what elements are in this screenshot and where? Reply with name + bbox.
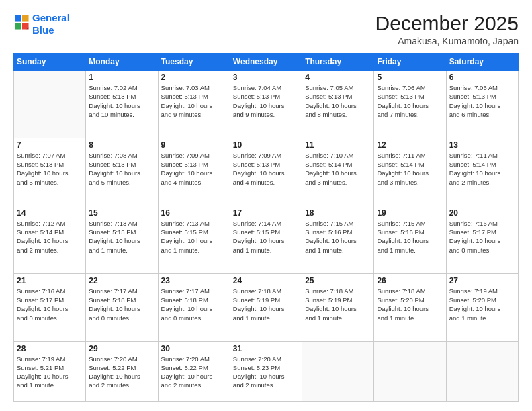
day-number: 9 bbox=[161, 140, 227, 150]
calendar-cell: 23Sunrise: 7:17 AM Sunset: 5:18 PM Dayli… bbox=[158, 273, 230, 341]
calendar-cell: 12Sunrise: 7:11 AM Sunset: 5:14 PM Dayli… bbox=[374, 138, 446, 205]
day-number: 4 bbox=[305, 73, 371, 82]
day-number: 20 bbox=[449, 208, 515, 218]
title-block: December 2025 Amakusa, Kumamoto, Japan bbox=[375, 12, 519, 46]
day-info: Sunrise: 7:02 AM Sunset: 5:13 PM Dayligh… bbox=[89, 83, 154, 119]
location: Amakusa, Kumamoto, Japan bbox=[375, 36, 519, 46]
calendar-cell: 17Sunrise: 7:14 AM Sunset: 5:15 PM Dayli… bbox=[230, 205, 302, 273]
col-header-friday: Friday bbox=[374, 54, 446, 71]
day-info: Sunrise: 7:04 AM Sunset: 5:13 PM Dayligh… bbox=[233, 83, 299, 119]
calendar-cell: 21Sunrise: 7:16 AM Sunset: 5:17 PM Dayli… bbox=[14, 273, 86, 341]
logo-text: GeneralBlue bbox=[32, 12, 70, 36]
day-number: 30 bbox=[161, 344, 227, 353]
day-info: Sunrise: 7:09 AM Sunset: 5:13 PM Dayligh… bbox=[233, 151, 299, 187]
day-info: Sunrise: 7:13 AM Sunset: 5:15 PM Dayligh… bbox=[89, 219, 154, 255]
day-number: 29 bbox=[89, 344, 154, 353]
calendar-cell: 9Sunrise: 7:09 AM Sunset: 5:13 PM Daylig… bbox=[158, 138, 230, 205]
day-number: 5 bbox=[377, 73, 443, 82]
day-info: Sunrise: 7:11 AM Sunset: 5:14 PM Dayligh… bbox=[377, 151, 443, 187]
calendar-cell bbox=[446, 341, 518, 401]
day-number: 21 bbox=[17, 276, 83, 285]
day-number: 3 bbox=[233, 73, 299, 82]
day-info: Sunrise: 7:03 AM Sunset: 5:13 PM Dayligh… bbox=[161, 83, 227, 119]
calendar-page: GeneralBlue December 2025 Amakusa, Kumam… bbox=[0, 0, 532, 411]
calendar-cell: 16Sunrise: 7:13 AM Sunset: 5:15 PM Dayli… bbox=[158, 205, 230, 273]
calendar-cell: 28Sunrise: 7:19 AM Sunset: 5:21 PM Dayli… bbox=[14, 341, 86, 401]
calendar-week-row: 28Sunrise: 7:19 AM Sunset: 5:21 PM Dayli… bbox=[14, 341, 519, 401]
day-info: Sunrise: 7:06 AM Sunset: 5:13 PM Dayligh… bbox=[449, 83, 515, 119]
day-number: 27 bbox=[449, 276, 515, 285]
col-header-tuesday: Tuesday bbox=[158, 54, 230, 71]
calendar-cell: 1Sunrise: 7:02 AM Sunset: 5:13 PM Daylig… bbox=[86, 71, 158, 138]
day-info: Sunrise: 7:08 AM Sunset: 5:13 PM Dayligh… bbox=[89, 151, 154, 187]
calendar-week-row: 7Sunrise: 7:07 AM Sunset: 5:13 PM Daylig… bbox=[14, 138, 519, 205]
day-info: Sunrise: 7:19 AM Sunset: 5:20 PM Dayligh… bbox=[449, 287, 515, 322]
calendar-cell: 15Sunrise: 7:13 AM Sunset: 5:15 PM Dayli… bbox=[86, 205, 158, 273]
calendar-cell bbox=[302, 341, 374, 401]
calendar-cell: 5Sunrise: 7:06 AM Sunset: 5:13 PM Daylig… bbox=[374, 71, 446, 138]
day-number: 8 bbox=[89, 140, 154, 150]
calendar-cell: 3Sunrise: 7:04 AM Sunset: 5:13 PM Daylig… bbox=[230, 71, 302, 138]
day-info: Sunrise: 7:15 AM Sunset: 5:16 PM Dayligh… bbox=[305, 219, 371, 255]
page-header: GeneralBlue December 2025 Amakusa, Kumam… bbox=[13, 12, 519, 46]
calendar-cell: 24Sunrise: 7:18 AM Sunset: 5:19 PM Dayli… bbox=[230, 273, 302, 341]
calendar-header-row: SundayMondayTuesdayWednesdayThursdayFrid… bbox=[14, 54, 519, 71]
calendar-cell: 13Sunrise: 7:11 AM Sunset: 5:14 PM Dayli… bbox=[446, 138, 518, 205]
day-info: Sunrise: 7:15 AM Sunset: 5:16 PM Dayligh… bbox=[377, 219, 443, 255]
calendar-week-row: 1Sunrise: 7:02 AM Sunset: 5:13 PM Daylig… bbox=[14, 71, 519, 138]
calendar-cell: 4Sunrise: 7:05 AM Sunset: 5:13 PM Daylig… bbox=[302, 71, 374, 138]
day-info: Sunrise: 7:18 AM Sunset: 5:19 PM Dayligh… bbox=[233, 287, 299, 322]
calendar-cell: 27Sunrise: 7:19 AM Sunset: 5:20 PM Dayli… bbox=[446, 273, 518, 341]
day-number: 24 bbox=[233, 276, 299, 285]
day-info: Sunrise: 7:18 AM Sunset: 5:20 PM Dayligh… bbox=[377, 287, 443, 322]
calendar-table: SundayMondayTuesdayWednesdayThursdayFrid… bbox=[13, 53, 519, 402]
day-number: 28 bbox=[17, 344, 83, 353]
day-info: Sunrise: 7:11 AM Sunset: 5:14 PM Dayligh… bbox=[449, 151, 515, 187]
calendar-cell: 2Sunrise: 7:03 AM Sunset: 5:13 PM Daylig… bbox=[158, 71, 230, 138]
day-number: 26 bbox=[377, 276, 443, 285]
svg-rect-2 bbox=[15, 23, 21, 30]
day-number: 25 bbox=[305, 276, 371, 285]
calendar-cell: 11Sunrise: 7:10 AM Sunset: 5:14 PM Dayli… bbox=[302, 138, 374, 205]
day-info: Sunrise: 7:18 AM Sunset: 5:19 PM Dayligh… bbox=[305, 287, 371, 322]
day-info: Sunrise: 7:17 AM Sunset: 5:18 PM Dayligh… bbox=[89, 287, 154, 322]
calendar-cell: 19Sunrise: 7:15 AM Sunset: 5:16 PM Dayli… bbox=[374, 205, 446, 273]
day-number: 31 bbox=[233, 344, 299, 353]
day-number: 2 bbox=[161, 73, 227, 82]
calendar-cell: 6Sunrise: 7:06 AM Sunset: 5:13 PM Daylig… bbox=[446, 71, 518, 138]
day-number: 19 bbox=[377, 208, 443, 218]
day-number: 16 bbox=[161, 208, 227, 218]
col-header-monday: Monday bbox=[86, 54, 158, 71]
calendar-cell: 22Sunrise: 7:17 AM Sunset: 5:18 PM Dayli… bbox=[86, 273, 158, 341]
day-number: 23 bbox=[161, 276, 227, 285]
day-info: Sunrise: 7:16 AM Sunset: 5:17 PM Dayligh… bbox=[17, 287, 83, 322]
svg-rect-1 bbox=[22, 15, 29, 22]
col-header-sunday: Sunday bbox=[14, 54, 86, 71]
col-header-thursday: Thursday bbox=[302, 54, 374, 71]
day-info: Sunrise: 7:20 AM Sunset: 5:22 PM Dayligh… bbox=[161, 355, 227, 390]
day-number: 12 bbox=[377, 140, 443, 150]
col-header-saturday: Saturday bbox=[446, 54, 518, 71]
day-number: 14 bbox=[17, 208, 83, 218]
calendar-cell bbox=[14, 71, 86, 138]
day-info: Sunrise: 7:20 AM Sunset: 5:22 PM Dayligh… bbox=[89, 355, 154, 390]
calendar-cell bbox=[374, 341, 446, 401]
col-header-wednesday: Wednesday bbox=[230, 54, 302, 71]
calendar-cell: 29Sunrise: 7:20 AM Sunset: 5:22 PM Dayli… bbox=[86, 341, 158, 401]
month-title: December 2025 bbox=[375, 12, 519, 34]
day-info: Sunrise: 7:07 AM Sunset: 5:13 PM Dayligh… bbox=[17, 151, 83, 187]
day-info: Sunrise: 7:20 AM Sunset: 5:23 PM Dayligh… bbox=[233, 355, 299, 390]
calendar-cell: 10Sunrise: 7:09 AM Sunset: 5:13 PM Dayli… bbox=[230, 138, 302, 205]
calendar-cell: 26Sunrise: 7:18 AM Sunset: 5:20 PM Dayli… bbox=[374, 273, 446, 341]
day-number: 13 bbox=[449, 140, 515, 150]
day-number: 7 bbox=[17, 140, 83, 150]
calendar-cell: 20Sunrise: 7:16 AM Sunset: 5:17 PM Dayli… bbox=[446, 205, 518, 273]
calendar-cell: 25Sunrise: 7:18 AM Sunset: 5:19 PM Dayli… bbox=[302, 273, 374, 341]
day-info: Sunrise: 7:12 AM Sunset: 5:14 PM Dayligh… bbox=[17, 219, 83, 255]
day-info: Sunrise: 7:17 AM Sunset: 5:18 PM Dayligh… bbox=[161, 287, 227, 322]
day-number: 22 bbox=[89, 276, 154, 285]
day-number: 10 bbox=[233, 140, 299, 150]
logo: GeneralBlue bbox=[13, 12, 70, 36]
day-info: Sunrise: 7:09 AM Sunset: 5:13 PM Dayligh… bbox=[161, 151, 227, 187]
day-number: 11 bbox=[305, 140, 371, 150]
